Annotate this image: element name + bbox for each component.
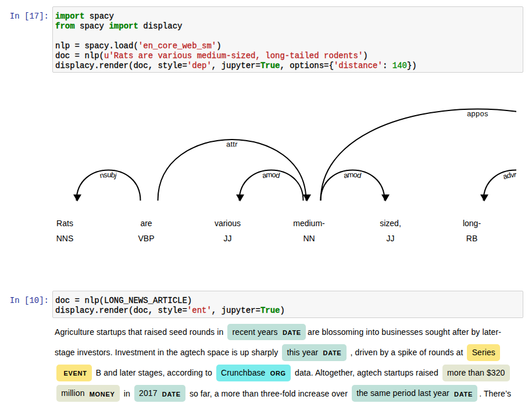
svg-text:various: various [215,219,241,228]
svg-text:attr: attr [226,140,238,148]
svg-text:sized,: sized, [380,219,401,228]
svg-text:are: are [140,219,152,228]
svg-text:appos: appos [467,109,488,118]
svg-text:nsubj: nsubj [99,170,118,180]
svg-text:JJ: JJ [387,234,395,243]
svg-text:amod: amod [262,170,281,180]
svg-text:NN: NN [303,234,315,243]
svg-text:long-: long- [463,219,481,228]
svg-text:RB: RB [466,234,477,243]
svg-text:amod: amod [343,170,363,180]
svg-text:NNS: NNS [56,234,74,243]
svg-text:Rats: Rats [56,219,73,228]
svg-text:JJ: JJ [224,234,232,243]
svg-text:medium-: medium- [293,219,325,228]
svg-text:VBP: VBP [138,234,154,243]
